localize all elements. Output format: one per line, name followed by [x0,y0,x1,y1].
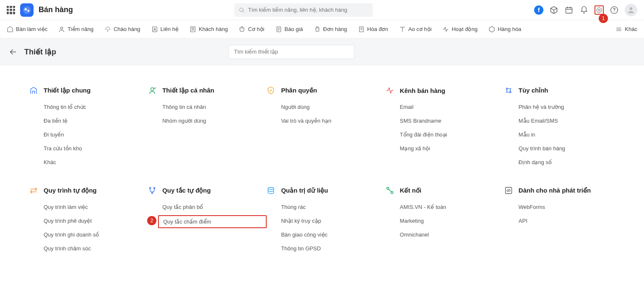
nav-bao-gia[interactable]: Báo giá [275,26,303,33]
settings-link[interactable]: Thông tin GPSD [281,245,377,252]
section-title: Phân quyền [281,87,317,94]
calendar-icon[interactable] [564,5,574,15]
settings-icon[interactable]: 1 [595,5,604,15]
settings-section: Phân quyềnNgười dùngVai trò và quyền hạn [267,86,377,165]
section-header: Kênh bán hàng [386,86,496,95]
nav-khac[interactable]: Khác [615,26,637,33]
settings-link[interactable]: Khác [44,159,140,165]
settings-link[interactable]: SMS Brandname [400,118,496,124]
nav-chao-hang[interactable]: Chào hàng [104,26,140,33]
settings-link[interactable]: Quy trình ghi doanh số [44,232,140,238]
global-search[interactable] [234,3,373,17]
settings-grid: Thiết lập chungThông tin tổ chứcĐa tiền … [29,86,615,252]
settings-link[interactable]: Tổng đài điện thoại [400,131,496,138]
settings-search-input[interactable] [229,49,354,55]
settings-link[interactable]: WebForms [519,204,615,210]
section-icon [267,186,275,195]
settings-link[interactable]: Đi tuyến [44,131,140,138]
help-icon[interactable] [610,5,619,15]
section-title: Kênh bán hàng [400,87,445,94]
package-icon[interactable] [549,5,558,15]
settings-link[interactable]: Mẫu in [519,131,615,138]
section-icon [386,86,394,95]
settings-link[interactable]: AMIS.VN - Kế toán [400,204,496,210]
section-items: AMIS.VN - Kế toánMarketingOmnichanel [386,204,496,238]
nav-hoa-don[interactable]: Hóa đơn [358,26,388,33]
section-icon [504,86,513,95]
section-items: WebFormsAPI [504,204,615,224]
nav-co-hoi[interactable]: Cơ hội [239,26,264,33]
svg-point-2 [27,10,29,12]
section-icon [148,186,156,195]
bell-icon[interactable] [579,5,589,15]
nav-don-hang[interactable]: Đơn hàng [314,26,347,33]
subheader: Thiết lập [0,39,644,65]
svg-point-5 [598,9,600,11]
settings-link[interactable]: Omnichanel [400,232,496,238]
section-icon [29,86,38,95]
section-items: Thùng rácNhật ký truy cậpBàn giao công v… [267,204,377,252]
section-title: Quy trình tự động [44,187,96,194]
settings-link[interactable]: Định dạng số [519,159,615,165]
nav-lien-he[interactable]: Liên hệ [151,26,179,33]
settings-link[interactable]: API [519,218,615,224]
settings-link[interactable]: Bàn giao công việc [281,232,377,238]
nav-tiem-nang[interactable]: Tiềm năng [58,26,93,33]
nav-ao-co-hoi[interactable]: Ao cơ hội [399,26,432,33]
settings-link[interactable]: Phân hệ và trường [519,104,615,110]
settings-link[interactable]: Email [400,104,496,110]
settings-link[interactable]: Mạng xã hội [400,145,496,152]
nav-ban-lam-viec[interactable]: Bàn làm việc [7,26,47,33]
settings-link[interactable]: Quy tắc chấm điểm2 [158,215,267,228]
section-items: Thông tin cá nhânNhóm người dùng [148,104,258,124]
section-title: Quy tắc tự động [162,187,211,194]
nav-hoat-dong[interactable]: Hoạt động [442,26,478,33]
app-title: Bán hàng [39,5,73,14]
nav-khach-hang[interactable]: Khách hàng [190,26,228,33]
navbar: Bàn làm việc Tiềm năng Chào hàng Liên hệ… [0,20,644,39]
settings-link[interactable]: Marketing [400,218,496,224]
settings-link[interactable]: Quy trình bán hàng [519,145,615,152]
section-title: Tùy chỉnh [519,87,548,94]
section-header: Tùy chỉnh [504,86,615,95]
settings-link[interactable]: Thông tin cá nhân [162,104,258,110]
section-header: Phân quyền [267,86,377,95]
nav-hang-hoa[interactable]: Hàng hóa [488,26,521,33]
section-items: EmailSMS BrandnameTổng đài điện thoạiMạn… [386,104,496,152]
user-avatar[interactable] [625,4,637,16]
settings-link[interactable]: Nhật ký truy cập [281,218,377,224]
app-logo[interactable] [20,3,34,17]
settings-link[interactable]: Quy trình phê duyệt [44,218,140,224]
svg-rect-4 [566,8,572,13]
top-bar: Bán hàng f 1 [0,0,644,20]
section-header: Quản trị dữ liệu [267,186,377,195]
settings-search[interactable] [229,45,354,59]
settings-link[interactable]: Người dùng [281,104,377,110]
section-items: Thông tin tổ chứcĐa tiền tệĐi tuyếnTra c… [29,104,140,165]
section-items: Quy tắc phân bổQuy tắc chấm điểm2 [148,204,258,226]
section-items: Quy trình làm việcQuy trình phê duyệtQuy… [29,204,140,252]
facebook-icon[interactable]: f [534,5,543,15]
section-title: Thiết lập chung [44,87,91,94]
settings-link[interactable]: Vai trò và quyền hạn [281,118,377,124]
settings-section: Quy trình tự độngQuy trình làm việcQuy t… [29,186,140,252]
settings-link[interactable]: Thông tin tổ chức [44,104,140,110]
settings-link[interactable]: Mẫu Email/SMS [519,118,615,124]
svg-point-7 [630,7,633,10]
section-title: Quản trị dữ liệu [281,187,328,194]
settings-section: Thiết lập chungThông tin tổ chứcĐa tiền … [29,86,140,165]
global-search-input[interactable] [248,7,369,13]
settings-link[interactable]: Tra cứu tồn kho [44,145,140,152]
svg-rect-11 [191,27,195,32]
settings-link[interactable]: Đa tiền tệ [44,118,140,124]
section-icon [148,86,156,95]
section-icon [386,186,394,195]
back-arrow-icon[interactable] [8,47,18,57]
settings-link[interactable]: Thùng rác [281,204,377,210]
svg-point-0 [23,6,31,13]
apps-grid-icon[interactable] [7,6,15,14]
settings-link[interactable]: Quy tắc phân bổ [162,204,258,210]
settings-link[interactable]: Quy trình làm việc [44,204,140,210]
settings-link[interactable]: Nhóm người dùng [162,118,258,124]
settings-link[interactable]: Quy trình chăm sóc [44,245,140,252]
